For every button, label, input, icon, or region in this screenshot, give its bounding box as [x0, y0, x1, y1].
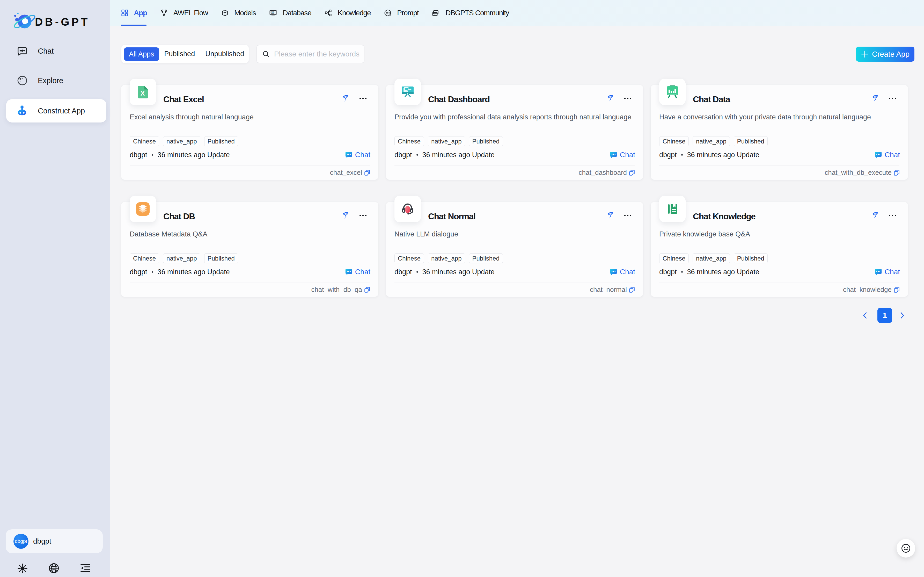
svg-text:SQL: SQL [271, 11, 274, 13]
svg-text:X: X [141, 90, 145, 97]
svg-text:DB-GPT: DB-GPT [35, 16, 90, 28]
